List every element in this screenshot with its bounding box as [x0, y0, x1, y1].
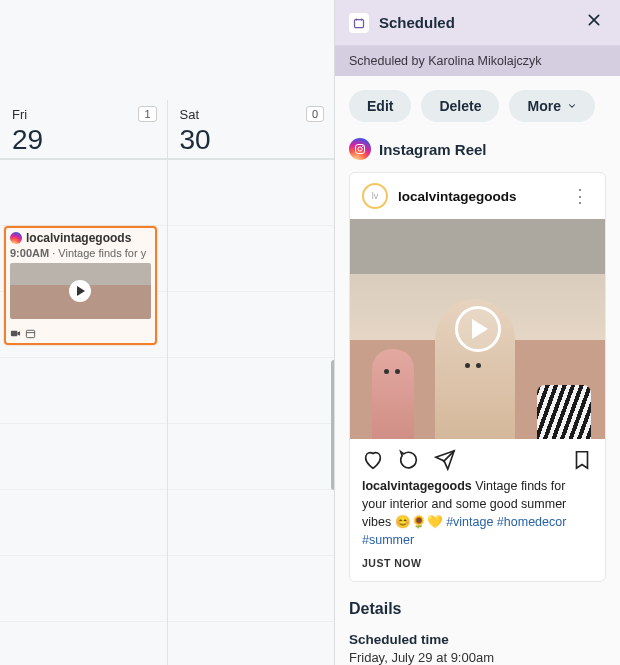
preview-header: lv localvintagegoods ⋮ [350, 173, 605, 219]
calendar-icon [349, 13, 369, 33]
calendar-column-sat[interactable] [167, 160, 335, 665]
more-button[interactable]: More [509, 90, 594, 122]
avatar: lv [362, 183, 388, 209]
comment-icon[interactable] [398, 449, 420, 471]
action-button-row: Edit Delete More [335, 76, 620, 132]
preview-timestamp: JUST NOW [362, 556, 593, 571]
preview-more-button[interactable]: ⋮ [567, 185, 593, 207]
caption-username: localvintagegoods [362, 479, 472, 493]
panel-title: Scheduled [379, 14, 572, 31]
calendar-header-fri[interactable]: Fri 1 29 [0, 100, 167, 158]
svg-point-9 [358, 147, 362, 151]
post-detail-panel: Scheduled Scheduled by Karolina Mikolajc… [335, 0, 620, 665]
preview-action-row [350, 439, 605, 477]
play-icon [69, 280, 91, 302]
day-of-week: Fri [12, 107, 27, 122]
details-heading: Details [349, 600, 606, 618]
preview-username: localvintagegoods [398, 189, 557, 204]
close-button[interactable] [582, 10, 606, 35]
edit-button[interactable]: Edit [349, 90, 411, 122]
like-icon[interactable] [362, 449, 384, 471]
post-card-footer-icons [10, 328, 36, 339]
scheduled-time-value: Friday, July 29 at 9:00am [349, 650, 606, 665]
post-card-account: localvintagegoods [26, 231, 131, 245]
play-icon[interactable] [455, 306, 501, 352]
calendar-header-row: Fri 1 29 Sat 0 30 [0, 100, 334, 159]
share-icon[interactable] [434, 449, 456, 471]
day-number: 30 [180, 124, 325, 156]
svg-point-10 [362, 146, 363, 147]
chevron-down-icon [567, 101, 577, 111]
scrollbar-thumb[interactable] [331, 360, 335, 490]
panel-header: Scheduled [335, 0, 620, 46]
video-icon [10, 328, 21, 339]
preview-media[interactable] [350, 219, 605, 439]
instagram-icon [10, 232, 22, 244]
scheduled-time-label: Scheduled time [349, 632, 606, 647]
instagram-icon [349, 138, 371, 160]
instagram-preview: lv localvintagegoods ⋮ localvintagegoods… [349, 172, 606, 582]
details-section: Details Scheduled time Friday, July 29 a… [335, 582, 620, 665]
day-of-week: Sat [180, 107, 200, 122]
calendar-header-sat[interactable]: Sat 0 30 [167, 100, 335, 158]
calendar-column-fri[interactable]: localvintagegoods 9:00AM · Vintage finds… [0, 160, 167, 665]
close-icon [586, 12, 602, 28]
post-card-thumbnail [10, 263, 151, 319]
day-post-count: 1 [138, 106, 156, 122]
post-card-timeline: 9:00AM · Vintage finds for y [10, 247, 151, 259]
scheduled-post-card[interactable]: localvintagegoods 9:00AM · Vintage finds… [4, 226, 157, 345]
svg-rect-0 [11, 331, 17, 337]
svg-rect-3 [355, 19, 364, 27]
calendar-pane: Fri 1 29 Sat 0 30 localvintagegoods [0, 0, 335, 665]
more-button-label: More [527, 98, 560, 114]
preview-caption: localvintagegoods Vintage finds for your… [350, 477, 605, 582]
day-post-count: 0 [306, 106, 324, 122]
post-type-row: Instagram Reel [335, 132, 620, 172]
calendar-body[interactable]: localvintagegoods 9:00AM · Vintage finds… [0, 159, 334, 665]
delete-button[interactable]: Delete [421, 90, 499, 122]
day-number: 29 [12, 124, 157, 156]
calendar-icon [25, 328, 36, 339]
panel-subtitle: Scheduled by Karolina Mikolajczyk [335, 46, 620, 76]
svg-rect-1 [26, 330, 34, 337]
post-type-label: Instagram Reel [379, 141, 487, 158]
bookmark-icon[interactable] [571, 449, 593, 471]
